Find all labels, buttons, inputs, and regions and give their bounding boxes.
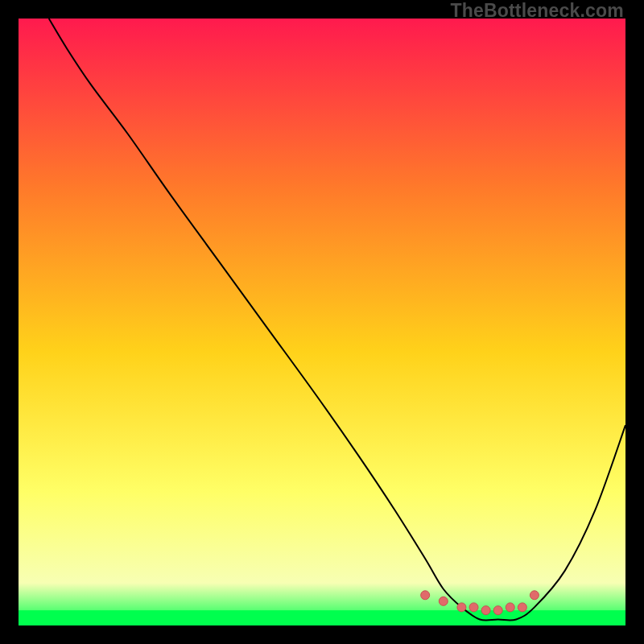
marker-dot bbox=[481, 606, 490, 615]
green-band bbox=[19, 610, 625, 625]
marker-dot bbox=[421, 591, 430, 600]
marker-dot bbox=[506, 603, 514, 612]
marker-dot bbox=[439, 597, 448, 605]
marker-dot bbox=[493, 606, 502, 615]
marker-dot bbox=[518, 603, 526, 612]
marker-dot bbox=[457, 603, 466, 612]
bottleneck-chart bbox=[19, 19, 625, 625]
marker-dot bbox=[469, 603, 478, 612]
marker-dot bbox=[530, 591, 539, 600]
plot-area bbox=[19, 19, 625, 625]
chart-frame: TheBottleneck.com bbox=[0, 0, 644, 644]
